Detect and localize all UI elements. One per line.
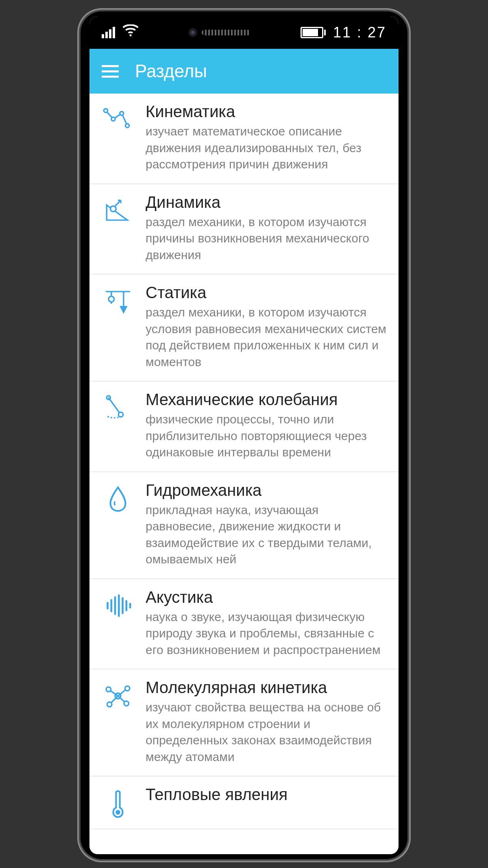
kinematics-icon xyxy=(102,103,134,173)
svg-point-1 xyxy=(104,109,107,112)
item-title: Гидромеханика xyxy=(146,481,386,499)
oscillation-icon xyxy=(102,390,134,461)
item-title: Акустика xyxy=(146,588,386,606)
svg-line-11 xyxy=(109,398,121,415)
item-title: Кинематика xyxy=(146,103,386,121)
svg-point-12 xyxy=(118,412,123,417)
item-text: Кинематика изучает математическое описан… xyxy=(146,103,386,173)
wifi-icon xyxy=(122,24,139,41)
status-bar: 11 : 27 xyxy=(89,16,399,49)
svg-point-26 xyxy=(107,702,112,707)
app-header: Разделы xyxy=(89,49,399,94)
phone-frame: 11 : 27 Разделы xyxy=(77,8,411,862)
item-title: Молекулярная кинетика xyxy=(146,678,386,697)
battery-icon xyxy=(301,27,326,38)
item-desc: наука о звуке, изучающая физическую прир… xyxy=(146,609,386,659)
list-item-thermal[interactable]: Тепловые явления xyxy=(89,776,399,829)
item-desc: раздел механики, в котором изучаются при… xyxy=(146,214,386,264)
item-title: Статика xyxy=(146,284,386,302)
menu-button[interactable] xyxy=(102,65,119,78)
item-title: Динамика xyxy=(146,193,386,212)
list-item-kinematics[interactable]: Кинематика изучает математическое описан… xyxy=(89,94,399,184)
status-left xyxy=(102,24,139,41)
list-item-dynamics[interactable]: Динамика раздел механики, в котором изуч… xyxy=(89,184,399,275)
svg-point-3 xyxy=(120,111,124,115)
item-title: Тепловые явления xyxy=(146,785,386,804)
status-time: 11 : 27 xyxy=(333,24,386,41)
statics-icon xyxy=(102,284,134,370)
item-text: Тепловые явления xyxy=(146,785,386,818)
camera-icon xyxy=(189,28,197,37)
signal-icon xyxy=(102,27,115,38)
item-desc: изучает математическое описание движения… xyxy=(146,123,386,173)
hydro-icon xyxy=(102,481,134,568)
molecular-icon xyxy=(102,678,134,765)
item-text: Молекулярная кинетика изучают свойства в… xyxy=(146,678,386,765)
page-title: Разделы xyxy=(135,61,207,81)
list-item-molecular[interactable]: Молекулярная кинетика изучают свойства в… xyxy=(89,670,399,776)
screen: 11 : 27 Разделы xyxy=(89,16,399,854)
item-text: Динамика раздел механики, в котором изуч… xyxy=(146,193,386,264)
list-item-hydro[interactable]: Гидромеханика прикладная наука, изучающа… xyxy=(89,472,399,579)
list-item-acoustics[interactable]: Акустика наука о звуке, изучающая физиче… xyxy=(89,579,399,670)
status-right: 11 : 27 xyxy=(301,24,386,41)
speaker-icon xyxy=(202,30,251,35)
item-text: Акустика наука о звуке, изучающая физиче… xyxy=(146,588,386,659)
svg-point-5 xyxy=(111,206,116,212)
item-desc: раздел механики, в котором изучаются усл… xyxy=(146,304,386,370)
item-desc: прикладная наука, изучающая равновесие, … xyxy=(146,502,386,568)
item-text: Статика раздел механики, в котором изуча… xyxy=(146,284,386,370)
svg-point-24 xyxy=(125,686,130,691)
item-text: Гидромеханика прикладная наука, изучающа… xyxy=(146,481,386,568)
svg-point-28 xyxy=(124,701,129,706)
item-desc: физические процессы, точно или приблизит… xyxy=(146,411,386,461)
section-list: Кинематика изучает математическое описан… xyxy=(89,94,399,829)
svg-point-29 xyxy=(115,810,120,815)
list-item-statics[interactable]: Статика раздел механики, в котором изуча… xyxy=(89,275,399,382)
svg-point-22 xyxy=(106,687,111,692)
svg-point-4 xyxy=(126,124,129,127)
dynamics-icon xyxy=(102,193,134,264)
acoustics-icon xyxy=(102,588,134,659)
status-center xyxy=(189,28,251,37)
item-text: Механические колебания физические процес… xyxy=(146,390,386,461)
svg-point-0 xyxy=(130,34,132,36)
thermal-icon xyxy=(102,785,134,818)
item-desc: изучают свойства вещества на основе об и… xyxy=(146,699,386,765)
svg-point-2 xyxy=(111,117,115,121)
item-title: Механические колебания xyxy=(146,390,386,409)
list-item-oscillation[interactable]: Механические колебания физические процес… xyxy=(89,382,399,472)
svg-point-8 xyxy=(109,296,114,302)
